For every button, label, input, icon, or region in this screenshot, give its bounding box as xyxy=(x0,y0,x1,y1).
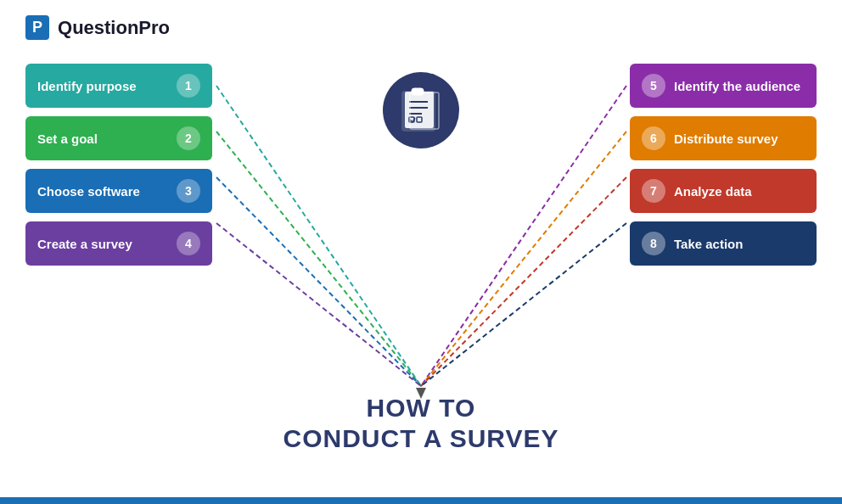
right-steps: 5 Identify the audience 6 Distribute sur… xyxy=(630,64,817,266)
step-6-text: Distribute survey xyxy=(674,132,778,146)
step-8-text: Take action xyxy=(674,237,743,251)
step-1-text: Identify purpose xyxy=(37,79,137,93)
step-3: Choose software 3 xyxy=(25,169,212,213)
logo-icon: P xyxy=(25,15,49,40)
svg-line-7 xyxy=(421,223,626,386)
step-7-text: Analyze data xyxy=(674,184,752,199)
title-line-2: CONDUCT A SURVEY xyxy=(283,423,559,454)
logo-text: QuestionPro xyxy=(58,17,170,39)
step-6-num: 6 xyxy=(642,126,665,150)
step-4: Create a survey 4 xyxy=(25,221,212,266)
survey-svg-icon xyxy=(398,85,445,136)
header: P QuestionPro xyxy=(0,0,842,55)
svg-line-3 xyxy=(216,223,421,386)
step-4-label: Create a survey 4 xyxy=(25,221,212,266)
svg-line-2 xyxy=(216,177,421,386)
step-3-label: Choose software 3 xyxy=(25,169,212,213)
title-line-1: HOW TO xyxy=(283,393,559,423)
step-2: Set a goal 2 xyxy=(25,116,212,160)
step-1: Identify purpose 1 xyxy=(25,64,212,108)
step-6: 6 Distribute survey xyxy=(630,116,817,160)
svg-line-1 xyxy=(216,132,421,386)
step-6-label: 6 Distribute survey xyxy=(630,116,817,160)
step-5-text: Identify the audience xyxy=(674,79,800,93)
step-2-label: Set a goal 2 xyxy=(25,116,212,160)
step-8: 8 Take action xyxy=(630,221,817,266)
bottom-bar xyxy=(0,497,842,504)
step-8-num: 8 xyxy=(642,232,665,255)
main-title: HOW TO CONDUCT A SURVEY xyxy=(283,393,559,454)
main-content: Identify purpose 1 Set a goal 2 Choose s… xyxy=(0,55,842,471)
step-5: 5 Identify the audience xyxy=(630,64,817,108)
step-8-label: 8 Take action xyxy=(630,221,817,266)
step-7-label: 7 Analyze data xyxy=(630,169,817,213)
step-4-text: Create a survey xyxy=(37,237,132,251)
step-2-num: 2 xyxy=(177,126,200,150)
step-1-label: Identify purpose 1 xyxy=(25,64,212,108)
step-1-num: 1 xyxy=(177,74,200,98)
step-7-num: 7 xyxy=(642,179,665,203)
svg-line-6 xyxy=(421,177,626,386)
step-7: 7 Analyze data xyxy=(630,169,817,213)
center-survey-icon xyxy=(383,72,459,148)
step-4-num: 4 xyxy=(177,232,200,255)
svg-rect-11 xyxy=(412,88,424,95)
svg-line-5 xyxy=(421,132,626,386)
step-3-num: 3 xyxy=(177,179,200,203)
left-steps: Identify purpose 1 Set a goal 2 Choose s… xyxy=(25,64,212,266)
step-3-text: Choose software xyxy=(37,184,140,199)
step-2-text: Set a goal xyxy=(37,132,98,146)
step-5-num: 5 xyxy=(642,74,665,98)
step-5-label: 5 Identify the audience xyxy=(630,64,817,108)
